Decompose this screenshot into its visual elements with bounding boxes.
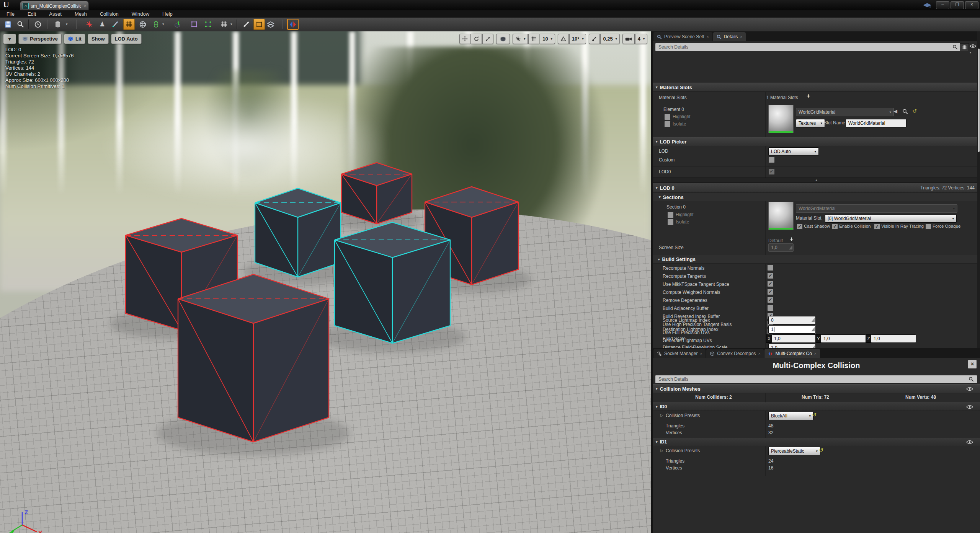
menu-window[interactable]: Window: [125, 11, 156, 17]
reset-material-icon[interactable]: ↺: [912, 108, 917, 114]
id0-eye-icon[interactable]: [966, 405, 973, 409]
menu-help[interactable]: Help: [156, 11, 179, 17]
scale-snap-value[interactable]: 0,25▾: [600, 34, 619, 44]
section-material-thumbnail[interactable]: [768, 202, 794, 230]
show-button[interactable]: Show: [88, 34, 109, 44]
build-setting-checkbox[interactable]: [767, 305, 774, 311]
reimport-icon[interactable]: [32, 19, 44, 30]
lod-auto-button[interactable]: LOD Auto: [111, 34, 142, 44]
details-search-input[interactable]: Search Details: [655, 43, 961, 51]
camera-speed-icon[interactable]: [622, 34, 635, 44]
cast-shadow-checkbox[interactable]: [797, 223, 803, 230]
vertex-colors-icon[interactable]: [150, 19, 162, 30]
scrollbar-thumb[interactable]: [978, 49, 980, 152]
tutorial-cap-icon[interactable]: [923, 3, 932, 8]
tab-preview-scene-settings[interactable]: Preview Scene Sett×: [653, 32, 712, 41]
save-icon[interactable]: [2, 19, 14, 30]
3d-viewport[interactable]: ▾ Perspective Lit Show LOD Auto ▾ 10▾ 10…: [0, 31, 651, 533]
screen-size-field[interactable]: 1,0: [768, 243, 794, 252]
world-local-toggle[interactable]: [496, 34, 510, 44]
section0-isolate-checkbox[interactable]: [667, 219, 674, 225]
min-lightmap-resolution-field[interactable]: 256: [768, 345, 816, 348]
material-asset-dropdown[interactable]: WorldGridMaterial▾: [796, 108, 894, 116]
element0-isolate-checkbox[interactable]: [664, 121, 671, 127]
id0-reset-preset-icon[interactable]: ↺: [812, 412, 817, 418]
lod-picker-header[interactable]: ▾LOD Picker: [653, 137, 980, 146]
lod-dropdown[interactable]: LOD Auto▾: [768, 147, 819, 156]
force-opaque-checkbox[interactable]: [925, 223, 931, 230]
asset-tab-close-icon[interactable]: ×: [84, 4, 86, 8]
camera-speed-value[interactable]: 4▾: [635, 34, 647, 44]
pivot-icon[interactable]: ♟: [96, 19, 108, 30]
uv-icon[interactable]: [123, 19, 135, 30]
find-in-content-browser-icon[interactable]: [15, 19, 26, 30]
lit-button[interactable]: Lit: [64, 34, 85, 44]
build-setting-checkbox[interactable]: [767, 321, 774, 327]
browse-to-asset-icon[interactable]: [902, 109, 908, 114]
use-selected-asset-icon[interactable]: ◀: [893, 108, 897, 114]
build-setting-checkbox[interactable]: [767, 329, 774, 335]
multi-complex-collision-icon[interactable]: [287, 19, 299, 30]
collision-icon[interactable]: [253, 19, 265, 30]
id1-reset-preset-icon[interactable]: ↺: [819, 447, 823, 453]
menu-asset[interactable]: Asset: [42, 11, 68, 17]
enable-collision-checkbox[interactable]: [832, 223, 838, 230]
material-slot-dropdown[interactable]: [0] WorldGridMaterial▾: [825, 214, 957, 223]
visible-ray-tracing-checkbox[interactable]: [874, 223, 880, 230]
sockets-icon[interactable]: [83, 19, 95, 30]
pivot-point-icon[interactable]: [172, 19, 183, 30]
perspective-button[interactable]: Perspective: [18, 34, 62, 44]
panel-close-button[interactable]: ×: [968, 360, 977, 369]
wireframe-icon[interactable]: [137, 19, 149, 30]
lod0-header[interactable]: ▾LOD 0 Triangles: 72 Vertices: 144: [653, 183, 980, 193]
rotation-snap-value[interactable]: 10°▾: [569, 34, 586, 44]
cylinder-collision-icon[interactable]: [52, 19, 64, 30]
collision-meshes-eye-icon[interactable]: [966, 387, 973, 391]
textures-dropdown[interactable]: Textures▾: [796, 119, 825, 127]
tab-multi-complex-collision[interactable]: Multi-Complex Co×: [764, 349, 820, 358]
grid-dropdown-icon[interactable]: ▾: [230, 22, 232, 26]
section0-highlight-checkbox[interactable]: [667, 212, 674, 218]
lods-icon[interactable]: [265, 19, 276, 30]
restore-button[interactable]: ❐: [951, 1, 964, 9]
scale-snap-toggle[interactable]: [589, 34, 600, 44]
lod0-checkbox[interactable]: [768, 168, 775, 175]
menu-mesh[interactable]: Mesh: [68, 11, 93, 17]
vertices-icon[interactable]: [202, 19, 214, 30]
element0-highlight-checkbox[interactable]: [664, 114, 671, 120]
menu-file[interactable]: File: [0, 11, 21, 17]
build-setting-checkbox[interactable]: [767, 337, 774, 343]
collision-meshes-header[interactable]: ▾Collision Meshes: [653, 384, 980, 393]
surface-snap-button[interactable]: ▾: [513, 34, 528, 44]
id0-collision-preset-dropdown[interactable]: BlockAll▾: [768, 412, 813, 420]
build-settings-header[interactable]: ▾Build Settings: [653, 255, 980, 264]
menu-edit[interactable]: Edit: [21, 11, 42, 17]
viewport-options-dropdown[interactable]: ▾: [3, 34, 16, 44]
grid-icon[interactable]: [218, 19, 230, 30]
add-screen-size-button[interactable]: +: [790, 236, 793, 243]
bones-icon[interactable]: [240, 19, 252, 30]
id1-header[interactable]: ▾ID1: [653, 438, 980, 446]
id1-presets-expander-icon[interactable]: ▷: [660, 448, 663, 453]
rotate-mode-button[interactable]: [471, 34, 482, 44]
property-matrix-button[interactable]: [960, 43, 969, 51]
grid-snap-value[interactable]: 10▾: [540, 34, 555, 44]
build-setting-checkbox[interactable]: [767, 264, 774, 271]
lod-splitter[interactable]: ▴: [653, 178, 980, 183]
translate-mode-button[interactable]: [459, 34, 470, 44]
build-setting-checkbox[interactable]: [767, 289, 774, 295]
collision-search-input[interactable]: Search Details: [655, 375, 977, 383]
build-setting-checkbox[interactable]: [767, 280, 774, 287]
column-divider[interactable]: [765, 91, 766, 348]
build-setting-checkbox[interactable]: [767, 297, 774, 303]
bounds-icon[interactable]: [188, 19, 200, 30]
id1-eye-icon[interactable]: [966, 440, 973, 444]
grid-snap-toggle[interactable]: [528, 34, 539, 44]
id0-header[interactable]: ▾ID0: [653, 403, 980, 411]
tab-socket-manager[interactable]: Socket Manager×: [653, 349, 706, 358]
scale-mode-button[interactable]: [482, 34, 493, 44]
details-scrollbar[interactable]: [977, 31, 980, 348]
id0-presets-expander-icon[interactable]: ▷: [660, 413, 663, 417]
minimize-button[interactable]: –: [936, 1, 949, 9]
custom-checkbox[interactable]: [768, 156, 775, 163]
